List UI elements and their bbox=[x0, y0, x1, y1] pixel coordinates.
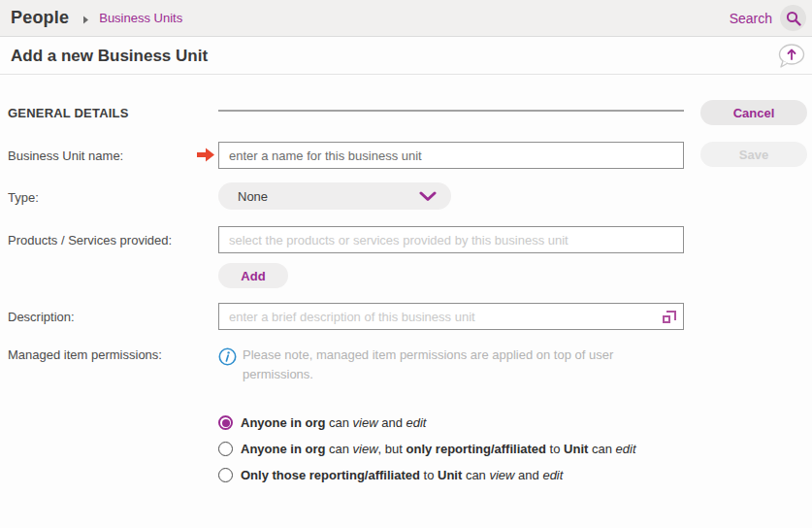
search-label[interactable]: Search bbox=[730, 11, 772, 26]
description-field bbox=[218, 303, 684, 330]
search-icon[interactable] bbox=[780, 5, 806, 31]
breadcrumb-separator-icon bbox=[82, 11, 89, 28]
description-label: Description: bbox=[8, 310, 75, 324]
required-arrow-icon bbox=[197, 147, 215, 167]
type-select[interactable]: None bbox=[218, 182, 451, 210]
section-title-general-details: GENERAL DETAILS bbox=[8, 106, 129, 120]
page-title: Add a new Business Unit bbox=[11, 47, 208, 66]
top-bar: People Business Units Search bbox=[0, 0, 812, 37]
business-unit-name-label: Business Unit name: bbox=[8, 148, 123, 163]
permission-option-only-reporting[interactable]: Only those reporting/affiliated to Unit … bbox=[218, 468, 563, 482]
page-title-bar: Add a new Business Unit bbox=[0, 38, 812, 75]
save-button[interactable]: Save bbox=[700, 142, 807, 167]
cancel-button[interactable]: Cancel bbox=[700, 100, 807, 125]
permission-option-anyone-view-edit[interactable]: Anyone in org can view and edit bbox=[218, 415, 426, 430]
permission-option-anyone-view-restricted-edit[interactable]: Anyone in org can view, but only reporti… bbox=[218, 442, 636, 456]
products-services-label: Products / Services provided: bbox=[8, 233, 172, 248]
add-business-unit-page: People Business Units Search Add a new B… bbox=[0, 0, 812, 528]
expand-editor-icon[interactable] bbox=[662, 310, 676, 324]
radio-unselected-icon[interactable] bbox=[218, 442, 233, 456]
section-divider bbox=[218, 110, 684, 112]
type-select-value: None bbox=[238, 189, 268, 204]
permission-option-label: Anyone in org can view and edit bbox=[241, 415, 426, 430]
topbar-right: Search bbox=[730, 5, 806, 31]
radio-selected-icon[interactable] bbox=[218, 415, 233, 430]
breadcrumb-business-units[interactable]: Business Units bbox=[99, 11, 182, 25]
business-unit-name-input[interactable] bbox=[218, 142, 684, 169]
add-button[interactable]: Add bbox=[218, 263, 288, 288]
products-services-input[interactable] bbox=[218, 226, 684, 253]
permissions-note: Please note, managed item permissions ar… bbox=[243, 346, 674, 384]
permission-option-label: Only those reporting/affiliated to Unit … bbox=[241, 468, 563, 482]
type-label: Type: bbox=[8, 190, 39, 205]
managed-permissions-label: Managed item permissions: bbox=[8, 347, 162, 362]
chevron-down-icon bbox=[419, 191, 437, 202]
breadcrumb-root[interactable]: People bbox=[11, 8, 69, 28]
collapse-bubble-icon[interactable] bbox=[777, 44, 805, 69]
radio-unselected-icon[interactable] bbox=[218, 468, 233, 482]
permission-option-label: Anyone in org can view, but only reporti… bbox=[241, 442, 636, 456]
description-input[interactable] bbox=[219, 305, 662, 328]
info-icon bbox=[218, 347, 237, 370]
